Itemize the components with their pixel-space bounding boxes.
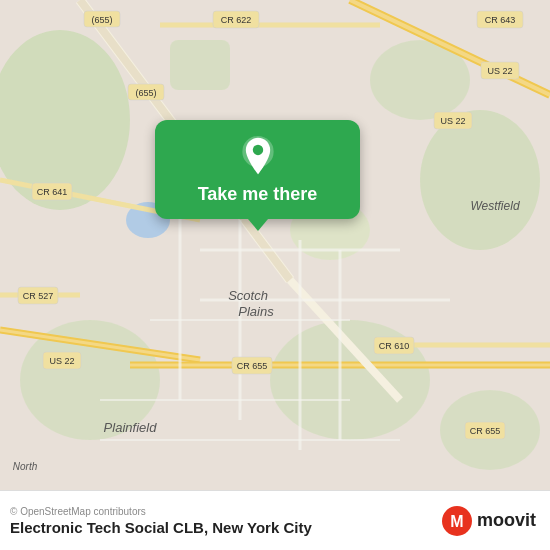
svg-text:CR 643: CR 643	[485, 15, 516, 25]
location-pin-icon	[238, 136, 278, 176]
map-attribution: © OpenStreetMap contributors	[10, 506, 312, 517]
svg-text:Scotch: Scotch	[228, 288, 268, 303]
place-info: © OpenStreetMap contributors Electronic …	[10, 506, 312, 536]
svg-text:US 22: US 22	[487, 66, 512, 76]
svg-text:North: North	[13, 461, 38, 472]
svg-text:CR 655: CR 655	[470, 426, 501, 436]
svg-text:US 22: US 22	[49, 356, 74, 366]
svg-text:Plains: Plains	[238, 304, 274, 319]
svg-text:CR 655: CR 655	[237, 361, 268, 371]
moovit-logo: M moovit	[441, 505, 536, 537]
map-container: CR 622 CR 643 (655) (655) US 22 US 22 CR…	[0, 0, 550, 490]
svg-text:Westfield: Westfield	[470, 199, 519, 213]
moovit-brand-icon: M	[441, 505, 473, 537]
place-name: Electronic Tech Social CLB, New York Cit…	[10, 519, 312, 536]
take-me-there-label: Take me there	[198, 184, 318, 205]
svg-text:CR 610: CR 610	[379, 341, 410, 351]
svg-point-2	[420, 110, 540, 250]
svg-rect-7	[170, 40, 230, 90]
svg-text:(655): (655)	[91, 15, 112, 25]
take-me-there-button[interactable]: Take me there	[155, 120, 360, 219]
svg-text:M: M	[450, 513, 463, 530]
svg-text:CR 527: CR 527	[23, 291, 54, 301]
svg-point-62	[252, 145, 262, 155]
svg-text:(655): (655)	[135, 88, 156, 98]
svg-text:Plainfield: Plainfield	[104, 420, 158, 435]
moovit-text: moovit	[477, 510, 536, 531]
svg-text:CR 622: CR 622	[221, 15, 252, 25]
svg-text:US 22: US 22	[440, 116, 465, 126]
svg-text:CR 641: CR 641	[37, 187, 68, 197]
bottom-info-bar: © OpenStreetMap contributors Electronic …	[0, 490, 550, 550]
